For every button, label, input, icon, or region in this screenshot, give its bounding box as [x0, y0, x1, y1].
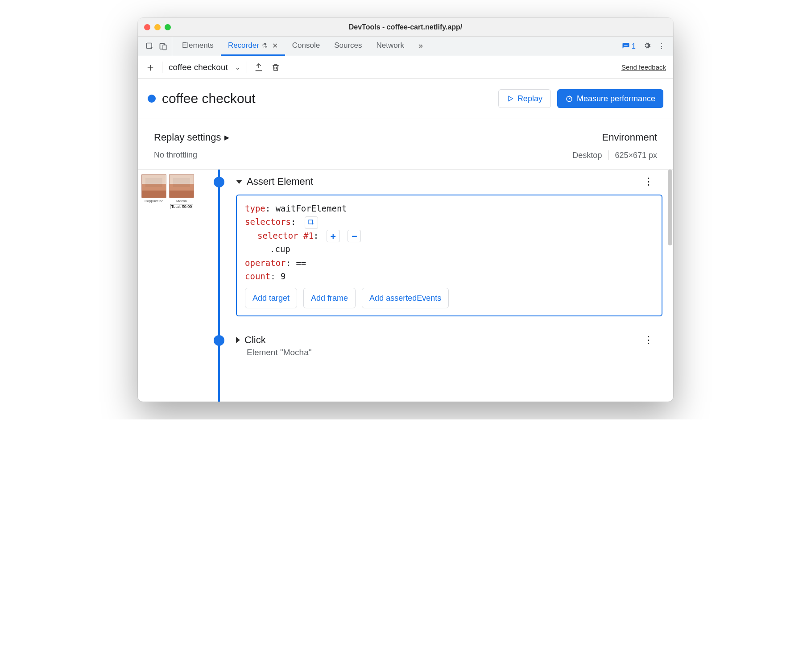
settings-gear-icon[interactable] — [642, 41, 652, 52]
close-window-icon[interactable] — [144, 24, 150, 30]
thumbnail[interactable] — [169, 174, 194, 198]
close-tab-icon[interactable]: ✕ — [272, 41, 278, 50]
steps-area: Cappuccino Mocha Total: $0.00 Assert Ele… — [138, 170, 673, 402]
tab-recorder[interactable]: Recorder ⚗ ✕ — [221, 37, 285, 56]
tab-elements[interactable]: Elements — [175, 37, 221, 56]
pick-selector-icon[interactable] — [305, 216, 318, 229]
kebab-menu-icon[interactable]: ⋮ — [658, 42, 665, 50]
replay-button[interactable]: Replay — [498, 89, 551, 108]
add-frame-button[interactable]: Add frame — [303, 288, 356, 309]
env-dimensions: 625×671 px — [615, 151, 657, 160]
replay-settings-toggle[interactable]: Replay settings ▸ — [154, 132, 229, 143]
step-click: Click ⋮ Element "Mocha" — [205, 334, 662, 357]
add-asserted-events-button[interactable]: Add assertedEvents — [362, 288, 449, 309]
svg-rect-2 — [163, 45, 166, 50]
recording-status-icon — [148, 95, 156, 103]
screenshot-thumbnails: Cappuccino Mocha Total: $0.00 — [138, 170, 205, 402]
zoom-window-icon[interactable] — [165, 24, 171, 30]
settings-row: Replay settings ▸ No throttling Environm… — [138, 119, 673, 170]
export-icon[interactable] — [253, 62, 264, 73]
window-title: DevTools - coffee-cart.netlify.app/ — [138, 23, 673, 31]
recorder-toolbar: ＋ coffee checkout ⌄ Send feedback — [138, 56, 673, 79]
window-titlebar: DevTools - coffee-cart.netlify.app/ — [138, 18, 673, 37]
window-controls — [144, 24, 171, 30]
step-dot-icon — [214, 335, 224, 346]
throttling-label: No throttling — [154, 150, 229, 160]
timeline: Assert Element ⋮ type: waitForElement se… — [205, 170, 673, 402]
minimize-window-icon[interactable] — [154, 24, 161, 30]
add-target-button[interactable]: Add target — [245, 288, 297, 309]
env-device: Desktop — [572, 151, 602, 160]
step-dot-icon — [214, 177, 224, 187]
tab-console[interactable]: Console — [285, 37, 327, 56]
send-feedback-link[interactable]: Send feedback — [621, 63, 666, 71]
delete-icon[interactable] — [270, 62, 281, 73]
chevron-right-icon: ▸ — [224, 132, 229, 143]
measure-performance-button[interactable]: Measure performance — [557, 89, 663, 108]
step-menu-icon[interactable]: ⋮ — [644, 334, 654, 346]
issues-badge[interactable]: 1 — [622, 42, 636, 50]
step-details: type: waitForElement selectors: selector… — [236, 195, 662, 316]
step-assert-element: Assert Element ⋮ type: waitForElement se… — [205, 176, 662, 316]
inspect-element-icon[interactable] — [145, 41, 155, 51]
tab-sources[interactable]: Sources — [327, 37, 369, 56]
flask-icon: ⚗ — [262, 42, 268, 49]
more-tabs-icon[interactable]: » — [411, 37, 430, 56]
thumbnail[interactable] — [141, 174, 166, 198]
chevron-down-icon: ⌄ — [235, 64, 240, 71]
device-toggle-icon[interactable] — [158, 41, 168, 51]
expand-caret-icon[interactable] — [236, 337, 240, 343]
step-menu-icon[interactable]: ⋮ — [644, 176, 654, 187]
devtools-tabbar: Elements Recorder ⚗ ✕ Console Sources Ne… — [138, 37, 673, 56]
recording-header: coffee checkout Replay Measure performan… — [138, 79, 673, 119]
add-selector-button[interactable]: + — [327, 230, 340, 242]
recording-title: coffee checkout — [162, 91, 256, 106]
remove-selector-button[interactable]: − — [348, 230, 361, 242]
new-recording-button[interactable]: ＋ — [145, 62, 156, 73]
devtools-window: DevTools - coffee-cart.netlify.app/ Elem… — [138, 18, 673, 402]
environment-label: Environment — [572, 132, 657, 143]
tab-network[interactable]: Network — [369, 37, 411, 56]
scrollbar[interactable] — [668, 170, 672, 245]
expand-caret-icon[interactable] — [236, 180, 242, 184]
recording-select[interactable]: coffee checkout ⌄ — [169, 62, 240, 72]
